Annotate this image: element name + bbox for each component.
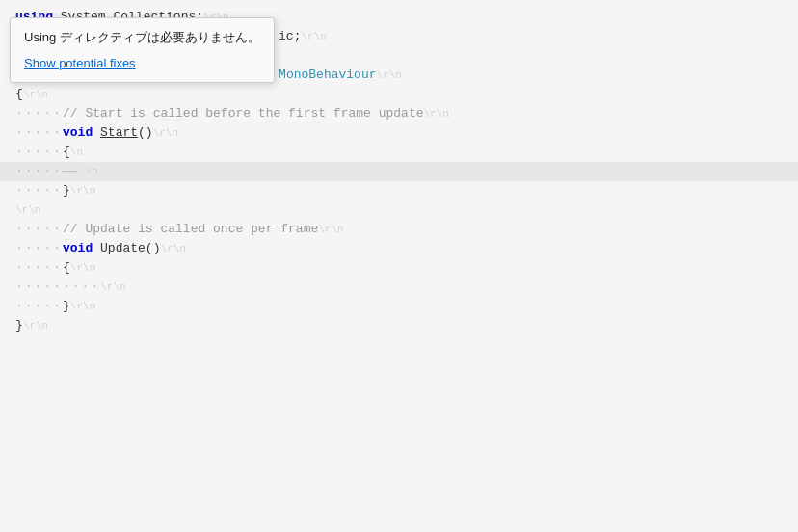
comment-start: // [63, 104, 85, 123]
eol: \n [85, 162, 97, 181]
show-potential-fixes-link[interactable]: Show potential fixes [24, 56, 136, 70]
code-line-16: ····· } \r\n [0, 297, 798, 316]
code-line-15: ········· \r\n [0, 278, 798, 297]
comment-text2: Update is called once per frame [85, 220, 318, 239]
eol: \r\n [100, 278, 125, 297]
keyword-void2: void [63, 239, 93, 258]
indent: ········· [15, 278, 100, 297]
code-line-7: ····· void Start () \r\n [0, 123, 798, 143]
code-text: ic; [279, 27, 301, 46]
comment-start2: // [63, 220, 85, 239]
code-line-11: \r\n [0, 200, 798, 220]
code-text: () [146, 239, 161, 258]
code-text: } [15, 316, 23, 335]
eol: \r\n [23, 316, 48, 335]
code-line-5: { \r\n [0, 85, 798, 104]
eol: \r\n [301, 27, 326, 46]
indent: ····· [15, 123, 63, 143]
eol: \r\n [377, 66, 402, 85]
eol: \r\n [153, 123, 178, 143]
indent: ····· [15, 181, 63, 200]
method-update: Update [100, 239, 146, 258]
code-line-9: ····· —— \n [0, 162, 798, 181]
base-class-name: MonoBehaviour [279, 66, 376, 85]
code-space [78, 162, 86, 181]
code-line-13: ····· void Update () \r\n [0, 239, 798, 258]
eol: \r\n [423, 104, 448, 123]
code-text: { [63, 143, 70, 162]
code-space [93, 123, 100, 143]
code-line-6: ····· // Start is called before the firs… [0, 104, 798, 123]
eol: \r\n [160, 239, 185, 258]
eol: \r\n [70, 297, 95, 316]
indent: ····· [15, 239, 63, 258]
code-line-14: ····· { \r\n [0, 258, 798, 278]
eol: \r\n [318, 220, 343, 239]
cursor-placeholder: —— [63, 162, 78, 181]
comment-text: Start is called before the first frame u… [85, 104, 423, 123]
indent: ····· [15, 104, 63, 123]
code-line-8: ····· { \n [0, 143, 798, 162]
code-text: () [138, 123, 153, 143]
code-text: } [63, 297, 70, 316]
eol: \r\n [23, 85, 48, 104]
indent: ····· [15, 220, 63, 239]
code-line-17: } \r\n [0, 316, 798, 335]
indent: ····· [15, 143, 63, 162]
tooltip-message: Using ディレクティブは必要ありません。 [24, 28, 260, 47]
code-space [93, 239, 100, 258]
eol: \r\n [15, 200, 40, 220]
indent: ····· [15, 162, 63, 181]
eol: \r\n [70, 181, 95, 200]
code-text: { [63, 258, 70, 278]
code-line-10: ····· } \r\n [0, 181, 798, 200]
code-text: { [15, 85, 23, 104]
code-area: using System.Collections; \r\n ic; \r\n … [0, 0, 798, 343]
indent: ····· [15, 258, 63, 278]
editor-container: using System.Collections; \r\n ic; \r\n … [0, 0, 798, 532]
code-text: } [63, 181, 70, 200]
tooltip-popup: Using ディレクティブは必要ありません。 Show potential fi… [10, 17, 275, 83]
method-start: Start [100, 123, 138, 143]
indent: ····· [15, 297, 63, 316]
code-line-12: ····· // Update is called once per frame… [0, 220, 798, 239]
eol: \n [70, 143, 83, 162]
eol: \r\n [70, 258, 95, 278]
keyword-void: void [63, 123, 93, 143]
